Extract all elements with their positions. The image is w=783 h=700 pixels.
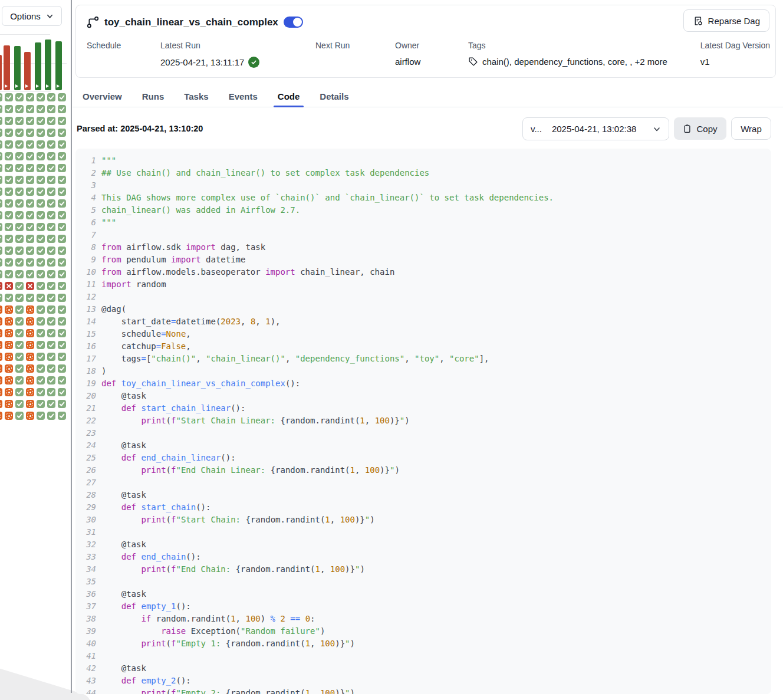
task-retry-icon[interactable] (5, 353, 13, 361)
dag-run-bar[interactable] (45, 40, 51, 90)
task-success-icon[interactable] (47, 247, 55, 255)
reparse-dag-button[interactable]: Reparse Dag (683, 9, 769, 32)
task-success-icon[interactable] (37, 376, 45, 384)
task-success-icon[interactable] (15, 235, 24, 243)
task-success-icon[interactable] (5, 176, 13, 184)
task-success-icon[interactable] (15, 223, 24, 231)
panel-splitter[interactable] (71, 0, 72, 693)
options-button[interactable]: Options (2, 6, 62, 26)
task-retry-icon[interactable] (5, 329, 13, 337)
task-success-icon[interactable] (5, 93, 13, 101)
task-success-icon[interactable] (47, 211, 55, 219)
task-success-icon[interactable] (15, 105, 24, 113)
task-success-icon[interactable] (0, 247, 2, 255)
task-success-icon[interactable] (26, 105, 34, 113)
task-retry-icon[interactable] (0, 329, 2, 337)
tab-details[interactable]: Details (318, 86, 350, 107)
task-success-icon[interactable] (47, 152, 55, 160)
task-success-icon[interactable] (26, 176, 34, 184)
task-success-icon[interactable] (37, 235, 45, 243)
task-success-icon[interactable] (5, 247, 13, 255)
task-success-icon[interactable] (37, 176, 45, 184)
task-success-icon[interactable] (15, 329, 24, 337)
task-retry-icon[interactable] (26, 364, 34, 373)
task-success-icon[interactable] (26, 211, 34, 219)
task-success-icon[interactable] (15, 258, 24, 267)
task-success-icon[interactable] (47, 282, 55, 290)
task-success-icon[interactable] (58, 376, 66, 384)
task-success-icon[interactable] (15, 317, 24, 326)
task-success-icon[interactable] (47, 176, 55, 184)
task-success-icon[interactable] (0, 199, 2, 208)
task-success-icon[interactable] (15, 211, 24, 219)
task-success-icon[interactable] (15, 305, 24, 314)
task-retry-icon[interactable] (5, 317, 13, 326)
task-success-icon[interactable] (15, 188, 24, 196)
task-success-icon[interactable] (58, 188, 66, 196)
task-success-icon[interactable] (26, 164, 34, 172)
dag-run-bar[interactable] (0, 55, 2, 90)
task-success-icon[interactable] (58, 282, 66, 290)
task-success-icon[interactable] (26, 235, 34, 243)
task-success-icon[interactable] (0, 129, 2, 137)
task-success-icon[interactable] (15, 376, 24, 384)
task-success-icon[interactable] (0, 176, 2, 184)
task-success-icon[interactable] (37, 317, 45, 326)
task-retry-icon[interactable] (5, 376, 13, 384)
task-success-icon[interactable] (0, 211, 2, 219)
task-success-icon[interactable] (58, 270, 66, 278)
task-retry-icon[interactable] (0, 388, 2, 396)
task-success-icon[interactable] (0, 152, 2, 160)
task-failed-icon[interactable] (26, 282, 34, 290)
task-success-icon[interactable] (0, 105, 2, 113)
task-success-icon[interactable] (47, 223, 55, 231)
task-success-icon[interactable] (58, 353, 66, 361)
task-success-icon[interactable] (37, 93, 45, 101)
task-success-icon[interactable] (58, 247, 66, 255)
task-success-icon[interactable] (47, 317, 55, 326)
task-success-icon[interactable] (47, 376, 55, 384)
task-success-icon[interactable] (58, 235, 66, 243)
task-success-icon[interactable] (47, 235, 55, 243)
task-success-icon[interactable] (26, 93, 34, 101)
task-success-icon[interactable] (47, 341, 55, 349)
task-success-icon[interactable] (37, 400, 45, 408)
task-success-icon[interactable] (5, 117, 13, 125)
task-success-icon[interactable] (58, 223, 66, 231)
task-success-icon[interactable] (37, 364, 45, 373)
task-retry-icon[interactable] (26, 388, 34, 396)
task-success-icon[interactable] (5, 164, 13, 172)
task-retry-icon[interactable] (5, 400, 13, 408)
task-retry-icon[interactable] (26, 412, 34, 420)
task-success-icon[interactable] (47, 199, 55, 208)
task-success-icon[interactable] (58, 152, 66, 160)
task-success-icon[interactable] (58, 412, 66, 420)
task-retry-icon[interactable] (26, 376, 34, 384)
task-success-icon[interactable] (58, 317, 66, 326)
task-success-icon[interactable] (58, 211, 66, 219)
task-success-icon[interactable] (37, 341, 45, 349)
task-success-icon[interactable] (15, 176, 24, 184)
task-retry-icon[interactable] (26, 317, 34, 326)
tab-overview[interactable]: Overview (81, 86, 123, 107)
task-success-icon[interactable] (0, 223, 2, 231)
task-failed-icon[interactable] (0, 282, 2, 290)
task-success-icon[interactable] (5, 105, 13, 113)
task-success-icon[interactable] (37, 223, 45, 231)
task-success-icon[interactable] (58, 176, 66, 184)
task-retry-icon[interactable] (26, 353, 34, 361)
task-success-icon[interactable] (5, 188, 13, 196)
task-success-icon[interactable] (0, 270, 2, 278)
task-success-icon[interactable] (5, 235, 13, 243)
dag-run-bar[interactable] (24, 52, 31, 90)
task-success-icon[interactable] (26, 223, 34, 231)
task-success-icon[interactable] (37, 247, 45, 255)
task-retry-icon[interactable] (26, 329, 34, 337)
task-success-icon[interactable] (47, 400, 55, 408)
task-success-icon[interactable] (26, 152, 34, 160)
task-retry-icon[interactable] (26, 305, 34, 314)
task-success-icon[interactable] (58, 129, 66, 137)
dag-run-bar[interactable] (4, 45, 10, 90)
dag-run-bar[interactable] (14, 46, 21, 90)
task-success-icon[interactable] (26, 129, 34, 137)
